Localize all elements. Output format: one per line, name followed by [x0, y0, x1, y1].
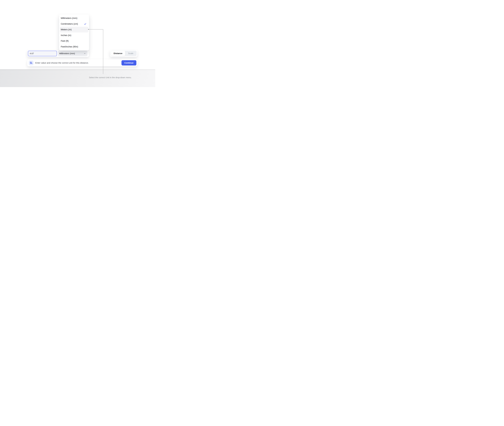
mode-option-scale[interactable]: Scale	[125, 51, 136, 56]
unit-dropdown-menu: Millimeters (mm) Centimeters (cm) Meters…	[59, 14, 89, 50]
continue-button[interactable]: Continue	[121, 60, 136, 65]
menu-item-centimeters[interactable]: Centimeters (cm)	[60, 21, 88, 27]
callout-text: Select the correct Unit in the drop-down…	[89, 76, 132, 79]
check-icon	[84, 23, 86, 25]
chevron-down-icon	[84, 52, 86, 55]
menu-item-label: Centimeters (cm)	[61, 23, 78, 25]
menu-item-label: Inches (in)	[61, 34, 71, 37]
ruler-icon-badge	[29, 61, 34, 65]
menu-item-inches[interactable]: Inches (in)	[60, 33, 88, 38]
measurement-tool-screen: Millimeters (mm) Centimeters (cm) Meters…	[0, 0, 155, 87]
menu-item-label: Millimeters (mm)	[61, 17, 77, 20]
menu-item-millimeters[interactable]: Millimeters (mm)	[60, 15, 88, 21]
menu-item-label: Feet/inches (ft/in)	[61, 45, 78, 48]
measurement-value-card: Millimeters (mm)	[27, 50, 89, 57]
menu-item-feet[interactable]: Feet (ft)	[60, 38, 88, 44]
menu-item-label: Feet (ft)	[61, 40, 69, 42]
unit-select-trigger[interactable]: Millimeters (mm)	[58, 51, 87, 56]
menu-item-feet-inches[interactable]: Feet/inches (ft/in)	[60, 44, 88, 50]
mode-toggle-card: Distance Scale	[110, 50, 137, 57]
ruler-icon	[30, 61, 33, 64]
mode-segmented-control: Distance Scale	[111, 51, 137, 56]
menu-item-meters[interactable]: Meters (m)	[60, 27, 88, 33]
callout-connector-line-horizontal	[89, 29, 103, 29]
instruction-bar: Enter value and choose the correct unit …	[27, 59, 137, 66]
background-band	[0, 69, 155, 87]
unit-select-value: Millimeters (mm)	[59, 52, 84, 55]
mode-option-distance[interactable]: Distance	[111, 51, 125, 56]
measurement-value-input[interactable]	[28, 51, 57, 56]
callout-connector-line-vertical	[103, 29, 103, 74]
instruction-text: Enter value and choose the correct unit …	[35, 59, 89, 66]
menu-item-label: Meters (m)	[61, 28, 72, 31]
